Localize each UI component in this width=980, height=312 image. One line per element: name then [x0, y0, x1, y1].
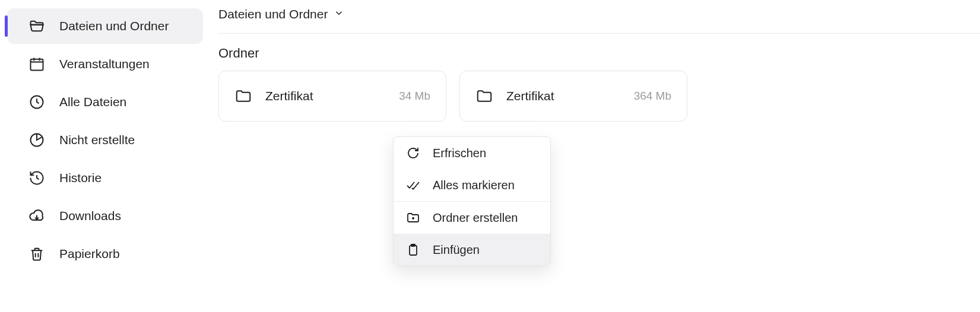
- history-icon: [28, 170, 45, 186]
- new-folder-icon: [405, 210, 421, 225]
- sidebar-item-files-folders[interactable]: Dateien und Ordner: [7, 8, 203, 44]
- cloud-download-icon: [28, 208, 45, 224]
- folder-icon: [234, 87, 252, 105]
- check-all-icon: [405, 177, 421, 193]
- svg-rect-0: [31, 59, 43, 71]
- folders-row: Zertifikat 34 Mb Zertifikat 364 Mb: [218, 71, 980, 122]
- folder-size: 34 Mb: [399, 90, 430, 103]
- pie-slice-icon: [28, 132, 45, 148]
- clock-icon: [28, 94, 45, 110]
- chevron-down-icon: [334, 7, 344, 21]
- folder-card[interactable]: Zertifikat 364 Mb: [459, 71, 687, 122]
- sidebar-item-events[interactable]: Veranstaltungen: [7, 46, 203, 82]
- calendar-icon: [28, 56, 45, 72]
- sidebar-item-label: Downloads: [59, 209, 121, 223]
- context-item-label: Einfügen: [433, 243, 480, 257]
- sidebar-item-label: Dateien und Ordner: [59, 19, 169, 33]
- sidebar-item-trash[interactable]: Papierkorb: [7, 236, 203, 272]
- folder-name: Zertifikat: [265, 89, 386, 103]
- sidebar-item-label: Alle Dateien: [59, 95, 126, 109]
- sidebar-item-all-files[interactable]: Alle Dateien: [7, 84, 203, 120]
- sidebar-item-history[interactable]: Historie: [7, 160, 203, 196]
- context-item-label: Alles markieren: [433, 179, 515, 192]
- context-item-label: Ordner erstellen: [433, 211, 518, 225]
- main-content: Dateien und Ordner Ordner Zertifikat 34 …: [208, 0, 980, 312]
- folder-size: 364 Mb: [634, 90, 671, 103]
- refresh-icon: [405, 145, 421, 161]
- svg-rect-3: [410, 246, 417, 255]
- section-title-folders: Ordner: [218, 46, 980, 61]
- breadcrumb-label: Dateien und Ordner: [218, 7, 328, 21]
- folder-card[interactable]: Zertifikat 34 Mb: [218, 71, 446, 122]
- sidebar-item-label: Veranstaltungen: [59, 57, 150, 71]
- context-item-refresh[interactable]: Erfrischen: [394, 137, 550, 169]
- sidebar-item-label: Nicht erstellte: [59, 133, 135, 147]
- folder-name: Zertifikat: [506, 89, 621, 103]
- sidebar: Dateien und Ordner Veranstaltungen Alle …: [0, 0, 208, 312]
- sidebar-item-label: Papierkorb: [59, 247, 120, 261]
- sidebar-item-downloads[interactable]: Downloads: [7, 198, 203, 234]
- context-item-select-all[interactable]: Alles markieren: [394, 169, 550, 201]
- context-item-label: Erfrischen: [433, 147, 486, 160]
- folder-open-icon: [28, 18, 45, 34]
- context-item-new-folder[interactable]: Ordner erstellen: [394, 202, 550, 234]
- folder-icon: [475, 87, 493, 105]
- sidebar-item-label: Historie: [59, 171, 102, 185]
- context-menu: Erfrischen Alles markieren Ordner erstel…: [393, 136, 551, 266]
- context-item-paste[interactable]: Einfügen: [394, 234, 550, 266]
- trash-icon: [28, 246, 45, 262]
- breadcrumb-dropdown[interactable]: Dateien und Ordner: [218, 7, 980, 34]
- sidebar-item-not-created[interactable]: Nicht erstellte: [7, 122, 203, 158]
- clipboard-icon: [405, 242, 421, 257]
